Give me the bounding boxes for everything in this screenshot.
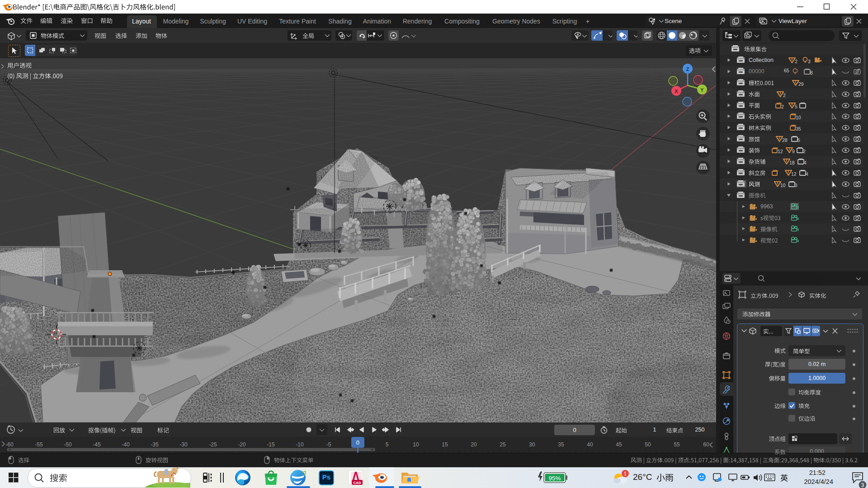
svg-text:-35: -35 (151, 441, 159, 448)
svg-text:-45: -45 (93, 441, 101, 448)
svg-text:1: 1 (624, 471, 627, 476)
svg-text:3: 3 (861, 482, 864, 488)
svg-text:95%: 95% (548, 475, 561, 482)
svg-text:-30: -30 (179, 441, 188, 448)
svg-text:CAD: CAD (353, 481, 361, 485)
svg-text:50: 50 (645, 441, 651, 448)
svg-text:30: 30 (529, 441, 535, 448)
svg-text:-55: -55 (35, 441, 43, 448)
svg-text:15: 15 (442, 441, 448, 448)
svg-text:60: 60 (703, 441, 709, 448)
svg-text:-60: -60 (5, 441, 14, 448)
svg-text:-50: -50 (64, 441, 72, 448)
svg-text:-20: -20 (238, 441, 246, 448)
svg-text:5: 5 (386, 441, 389, 448)
svg-text:35: 35 (558, 441, 564, 448)
svg-text:20: 20 (471, 441, 477, 448)
svg-text:-5: -5 (326, 441, 331, 448)
svg-text:-40: -40 (122, 441, 130, 448)
svg-text:55: 55 (674, 441, 680, 448)
svg-text:Y: Y (700, 87, 704, 93)
svg-text:45: 45 (616, 441, 622, 448)
svg-text:Z: Z (686, 66, 689, 72)
svg-text:-25: -25 (209, 441, 217, 448)
svg-text:10: 10 (413, 441, 419, 448)
svg-text:-10: -10 (296, 441, 304, 448)
svg-text:0: 0 (356, 440, 359, 446)
svg-text:X: X (675, 89, 678, 94)
svg-text:-15: -15 (267, 441, 275, 448)
svg-text:25: 25 (500, 441, 506, 448)
svg-text:40: 40 (587, 441, 593, 448)
